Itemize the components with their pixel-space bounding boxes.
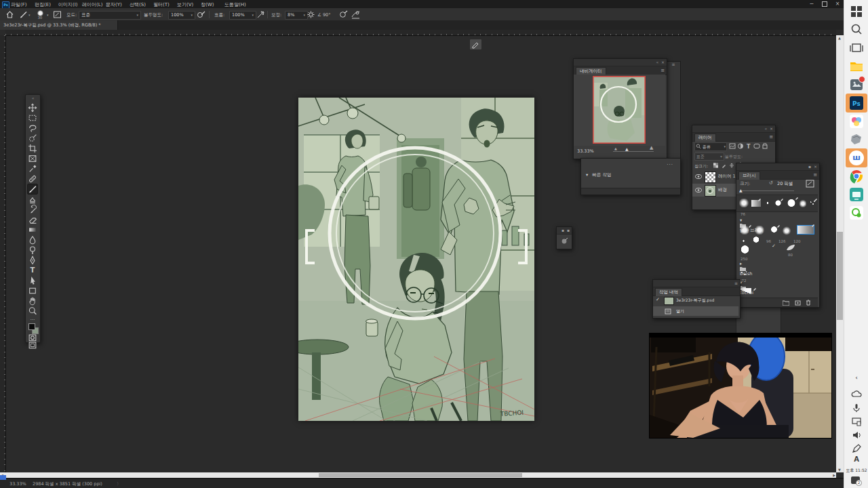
onedrive-cloud-icon[interactable]	[851, 389, 862, 400]
canvas-hud-icon[interactable]	[469, 39, 482, 50]
vertical-ruler[interactable]	[0, 35, 6, 472]
gray-app-icon[interactable]	[849, 132, 864, 147]
navigator-zoom-value[interactable]: 33.33%	[577, 148, 594, 154]
history-row-snapshot[interactable]: ✓ 3e3r23r-복구됨.psd	[653, 296, 738, 306]
display-cast-icon[interactable]	[851, 416, 862, 427]
scroll-up-arrow[interactable]: ▲	[838, 35, 841, 41]
zoom-tool[interactable]	[28, 306, 37, 316]
history-row-open[interactable]: 열기	[653, 306, 738, 316]
zoom-out-mountain-icon[interactable]: ▲	[614, 146, 617, 150]
mode-select[interactable]: 표준▾	[79, 11, 141, 20]
menu-item-10[interactable]: 도움말(H)	[224, 1, 246, 8]
brush-preset-preview[interactable]: 30	[35, 10, 45, 20]
task-view-icon[interactable]	[849, 41, 864, 56]
recent-brush-dot[interactable]	[764, 199, 771, 207]
vertical-scroll-thumb[interactable]	[837, 232, 843, 320]
brush-leaf-thumb[interactable]	[785, 243, 796, 251]
vertical-scrollbar[interactable]: ▲ ▼	[836, 35, 844, 472]
airbrush-icon[interactable]	[256, 10, 265, 19]
status-zoom[interactable]: 33.33%	[9, 481, 26, 487]
navigator-zoom-track[interactable]	[613, 151, 654, 152]
brush-tool-selected[interactable]	[28, 184, 37, 194]
taskbar-search-icon[interactable]	[849, 22, 864, 37]
path-selection-tool[interactable]	[28, 276, 37, 285]
blur-tool[interactable]	[28, 235, 37, 245]
reset-size-icon[interactable]: ↺	[769, 180, 773, 186]
quick-actions-row[interactable]: ▾ 빠른 작업	[586, 172, 611, 178]
document-tab[interactable]: 3e3e23r-복구됨.psd @ 33.3% (배경, RGB/8) *	[0, 20, 118, 30]
background-thumbnail[interactable]	[705, 185, 716, 197]
preset-caret[interactable]: ▾	[47, 13, 49, 17]
navigator-zoom-thumb[interactable]: ▲	[625, 146, 629, 151]
brush-tbchoi-1[interactable]	[740, 288, 751, 297]
menu-item-9[interactable]: 창(W)	[201, 1, 214, 8]
notification-center-icon[interactable]: 2	[851, 476, 860, 484]
horizontal-scrollbar[interactable]: ◀ ▶	[0, 472, 836, 478]
collapsed-panel-brush-icon[interactable]	[560, 237, 568, 245]
zoom-in-mountain-icon[interactable]: ▲	[650, 145, 653, 150]
speaker-icon[interactable]	[851, 430, 862, 441]
close-button[interactable]: ×	[831, 0, 844, 8]
eraser-tool[interactable]	[28, 215, 37, 224]
type-tool[interactable]: T	[28, 266, 37, 275]
quick-mask-button[interactable]	[28, 334, 37, 341]
brush-size-value[interactable]: 20 픽셀	[777, 181, 793, 187]
gradient-tool[interactable]	[28, 225, 37, 235]
paint-app-icon[interactable]	[849, 114, 864, 129]
brush-settings-panel-icon[interactable]	[806, 180, 814, 188]
quick-actions-ellipsis[interactable]: ···	[667, 162, 673, 167]
menu-item-1[interactable]: 파일(F)	[11, 1, 27, 8]
brush-size-thumb[interactable]: ▲	[739, 188, 743, 192]
move-tool[interactable]	[28, 103, 37, 113]
menu-item-6[interactable]: 선택(S)	[130, 1, 146, 8]
recent-brush-soft-small[interactable]	[800, 199, 806, 208]
file-explorer-icon[interactable]	[849, 59, 864, 74]
layers-menu-icon[interactable]: ≡	[769, 134, 773, 140]
menu-item-7[interactable]: 필터(T)	[153, 1, 170, 8]
pen-tool[interactable]	[28, 256, 37, 265]
brush-general-250[interactable]	[738, 243, 751, 256]
layers-header[interactable]: « ×	[692, 125, 775, 133]
menu-item-2[interactable]: 편집(E)	[35, 1, 51, 8]
pen-tablet-icon[interactable]	[851, 443, 862, 454]
eyedropper-tool[interactable]	[28, 164, 37, 174]
shape-tool[interactable]	[28, 286, 37, 296]
brush-dropdown-caret[interactable]: ▾	[28, 13, 31, 17]
marquee-tool[interactable]	[28, 113, 37, 123]
lasso-tool[interactable]	[28, 123, 37, 133]
brush-size-track[interactable]	[740, 190, 794, 191]
brush-angle-value[interactable]: ∠ 90°	[317, 12, 330, 18]
history-source-check[interactable]: ✓	[656, 297, 660, 302]
foreground-background-colors[interactable]	[28, 323, 38, 333]
brushes-header[interactable]: ▪ ×	[736, 163, 819, 171]
healing-brush-tool[interactable]	[28, 174, 37, 184]
navigator-menu-icon[interactable]: ≡	[660, 68, 665, 73]
brush-speckle-672[interactable]	[739, 269, 749, 278]
brush-general-2[interactable]	[754, 226, 765, 235]
brush-settings-toggle-icon[interactable]	[53, 10, 62, 19]
pressure-opacity-icon[interactable]	[197, 10, 205, 19]
brush-tool-icon[interactable]	[19, 10, 28, 19]
history-snapshot-thumb[interactable]	[664, 297, 674, 305]
taskbar-clock[interactable]: 오후 11:52	[844, 468, 868, 474]
pressure-size-icon[interactable]	[351, 10, 360, 19]
visibility-eye-icon[interactable]	[695, 174, 702, 179]
brush-general-4[interactable]	[783, 226, 791, 235]
new-brush-icon[interactable]	[795, 300, 801, 306]
clone-stamp-tool[interactable]	[28, 195, 37, 204]
trash-icon[interactable]	[806, 300, 811, 306]
green-app-icon[interactable]	[849, 205, 864, 220]
messenger-app-icon[interactable]	[849, 77, 864, 92]
background-layer-name[interactable]: 배경	[718, 187, 727, 193]
menu-item-4[interactable]: 레이어(L)	[82, 1, 102, 8]
foreground-color-swatch[interactable]	[28, 323, 35, 330]
layers-tab[interactable]: 레이어	[694, 134, 716, 142]
screen-mode-button[interactable]	[28, 342, 37, 348]
brush-general-6[interactable]	[751, 235, 761, 244]
menu-item-5[interactable]: 문자(Y)	[106, 1, 122, 8]
navigator-thumbnail[interactable]	[593, 76, 646, 144]
layer-filter-search[interactable]: 종류 ▾	[694, 142, 727, 151]
flow-select[interactable]: 100%▾	[229, 11, 256, 20]
restore-button[interactable]	[818, 0, 831, 8]
menu-item-3[interactable]: 이미지(I)	[58, 1, 78, 8]
